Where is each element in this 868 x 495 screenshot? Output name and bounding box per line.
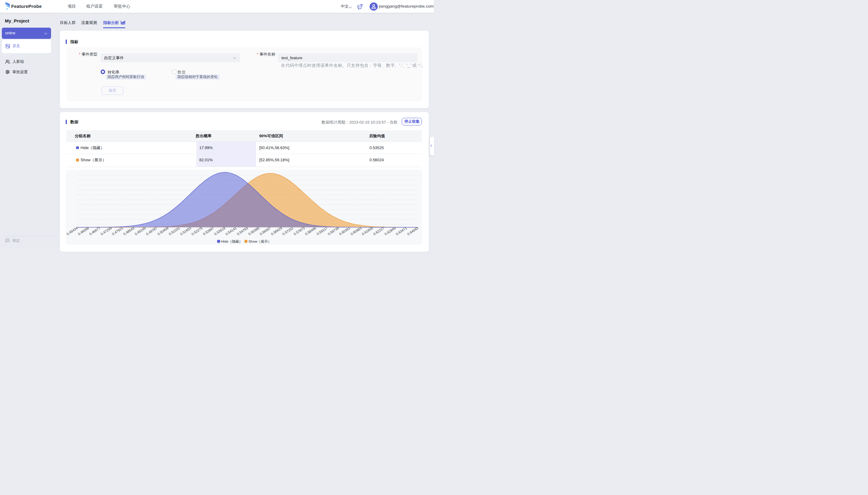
svg-text:0.47921: 0.47921 <box>111 226 124 236</box>
svg-text:0.63471: 0.63471 <box>395 226 407 236</box>
svg-text:0.60361: 0.60361 <box>338 226 351 236</box>
svg-text:0.54763: 0.54763 <box>236 226 249 236</box>
svg-text:0.61605: 0.61605 <box>361 226 373 236</box>
svg-text:0.46677: 0.46677 <box>88 226 101 236</box>
svg-text:Show（展示）: Show（展示） <box>248 239 271 243</box>
svg-text:0.50409: 0.50409 <box>156 226 169 236</box>
svg-text:0.64093: 0.64093 <box>406 226 419 236</box>
svg-text:0.47299: 0.47299 <box>100 226 112 236</box>
svg-text:0.57251: 0.57251 <box>281 226 294 236</box>
svg-text:0.48543: 0.48543 <box>122 226 135 236</box>
svg-text:0.59117: 0.59117 <box>316 226 328 236</box>
svg-text:0.53519: 0.53519 <box>213 226 226 236</box>
svg-text:0.49165: 0.49165 <box>134 226 146 236</box>
svg-text:0.52275: 0.52275 <box>190 226 203 236</box>
svg-text:0.56007: 0.56007 <box>258 226 271 236</box>
svg-text:0.62849: 0.62849 <box>384 226 396 236</box>
svg-text:0.54141: 0.54141 <box>224 226 237 236</box>
svg-text:0.51031: 0.51031 <box>168 226 181 236</box>
svg-text:0.57873: 0.57873 <box>293 226 305 236</box>
svg-text:0.55385: 0.55385 <box>247 226 260 236</box>
svg-text:0.45434: 0.45434 <box>66 226 78 236</box>
svg-text:0.49787: 0.49787 <box>145 226 158 236</box>
svg-text:0.56629: 0.56629 <box>270 226 283 236</box>
svg-text:0.60983: 0.60983 <box>350 226 362 236</box>
svg-text:Hide（隐藏）: Hide（隐藏） <box>221 239 242 243</box>
svg-text:0.51653: 0.51653 <box>179 226 192 236</box>
svg-text:0.62227: 0.62227 <box>372 226 385 236</box>
svg-text:?: ? <box>360 4 363 8</box>
svg-text:0.52897: 0.52897 <box>202 226 215 236</box>
svg-text:0.58495: 0.58495 <box>304 226 317 236</box>
svg-text:0.59739: 0.59739 <box>327 226 339 236</box>
svg-text:0.46056: 0.46056 <box>77 226 90 236</box>
